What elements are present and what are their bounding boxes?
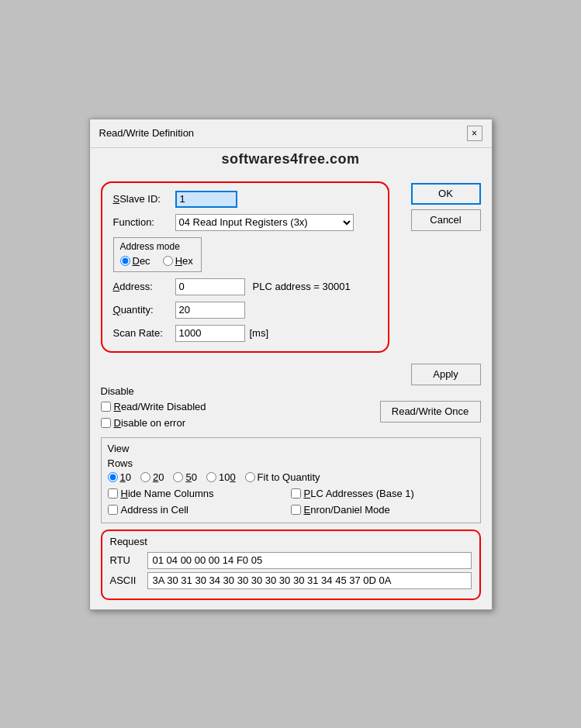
hide-name-cols-label[interactable]: Hide Name Columns xyxy=(108,488,291,499)
rows-radio-row: 10 20 50 100 Fit to Quantity xyxy=(108,471,474,483)
rows-title: Rows xyxy=(108,457,474,469)
title-bar: Read/Write Definition × xyxy=(90,119,492,148)
disable-on-error-label[interactable]: Disable on error xyxy=(101,417,206,429)
address-mode-box: Address mode Dec Hex xyxy=(113,237,202,272)
hide-name-cols-checkbox[interactable] xyxy=(108,488,118,499)
address-in-cell-label[interactable]: Address in Cell xyxy=(108,504,291,516)
address-mode-title: Address mode xyxy=(120,241,193,252)
function-row: Function: 04 Read Input Registers (3x) xyxy=(113,214,377,231)
rows-fit-radio[interactable] xyxy=(245,472,255,482)
read-write-disabled-checkbox[interactable] xyxy=(101,402,111,412)
plc-addresses-label[interactable]: PLC Addresses (Base 1) xyxy=(291,488,474,499)
top-area: SSlave ID: Function: 04 Read Input Regis… xyxy=(101,181,481,361)
disable-on-error-text: Disable on error xyxy=(114,417,186,429)
address-label: Address: xyxy=(113,281,175,292)
apply-row: Apply xyxy=(101,364,481,385)
rows-50[interactable]: 50 xyxy=(173,471,196,483)
apply-button[interactable]: Apply xyxy=(411,364,481,385)
rows-10[interactable]: 10 xyxy=(108,471,131,483)
view-title: View xyxy=(108,443,474,454)
rtu-value: 01 04 00 00 00 14 F0 05 xyxy=(147,552,472,569)
request-section: Request RTU 01 04 00 00 00 14 F0 05 ASCI… xyxy=(101,530,481,600)
right-col: OK Cancel xyxy=(400,181,481,231)
read-write-once-button[interactable]: Read/Write Once xyxy=(380,401,481,423)
address-mode-dec-radio[interactable] xyxy=(120,256,130,266)
function-label: Function: xyxy=(113,216,175,228)
view-section: View Rows 10 20 50 100 xyxy=(101,437,481,523)
scan-rate-label: Scan Rate: xyxy=(113,327,175,339)
rows-100[interactable]: 100 xyxy=(206,471,236,483)
view-check-col-2: PLC Addresses (Base 1) Enron/Daniel Mode xyxy=(291,488,474,518)
ascii-row: ASCII 3A 30 31 30 34 30 30 30 30 30 30 3… xyxy=(110,572,472,589)
plc-addresses-text: PLC Addresses (Base 1) xyxy=(304,488,414,499)
address-in-cell-checkbox[interactable] xyxy=(108,505,118,515)
read-write-disabled-text: Read/Write Disabled xyxy=(114,401,206,412)
close-button[interactable]: × xyxy=(467,126,482,141)
rows-50-radio[interactable] xyxy=(173,472,183,482)
rows-20-radio[interactable] xyxy=(140,472,150,482)
address-mode-radio-row: Dec Hex xyxy=(120,255,193,267)
view-check-col-1: Hide Name Columns Address in Cell xyxy=(108,488,291,518)
quantity-row: Quantity: xyxy=(113,302,377,319)
enron-daniel-text: Enron/Daniel Mode xyxy=(304,504,390,516)
plc-note: PLC address = 30001 xyxy=(253,281,351,292)
read-write-once-area: Read/Write Once xyxy=(380,385,481,423)
address-mode-hex[interactable]: Hex xyxy=(163,255,193,267)
address-in-cell-text: Address in Cell xyxy=(121,504,188,516)
scan-rate-input[interactable] xyxy=(175,325,245,342)
cancel-button[interactable]: Cancel xyxy=(411,209,481,231)
dialog: Read/Write Definition × softwares4free.c… xyxy=(89,119,493,610)
quantity-input[interactable] xyxy=(175,302,245,319)
ascii-value: 3A 30 31 30 34 30 30 30 30 30 30 31 34 4… xyxy=(147,572,472,589)
hide-name-cols-text: Hide Name Columns xyxy=(121,488,214,499)
rows-fit[interactable]: Fit to Quantity xyxy=(245,471,320,483)
rtu-row: RTU 01 04 00 00 00 14 F0 05 xyxy=(110,552,472,569)
disable-left: Disable Read/Write Disabled Disable on e… xyxy=(101,385,206,431)
rows-fit-label: Fit to Quantity xyxy=(258,471,320,483)
address-mode-dec[interactable]: Dec xyxy=(120,255,150,267)
quantity-label: Quantity: xyxy=(113,304,175,316)
slave-id-row: SSlave ID: xyxy=(113,191,377,208)
function-select[interactable]: 04 Read Input Registers (3x) xyxy=(175,214,354,231)
address-input[interactable] xyxy=(175,278,245,295)
enron-daniel-label[interactable]: Enron/Daniel Mode xyxy=(291,504,474,516)
request-title: Request xyxy=(110,536,472,547)
plc-addresses-checkbox[interactable] xyxy=(291,488,301,499)
read-write-disabled-label[interactable]: Read/Write Disabled xyxy=(101,401,206,412)
slave-id-label: SSlave ID: xyxy=(113,193,175,205)
ascii-label: ASCII xyxy=(110,574,141,586)
ok-button[interactable]: OK xyxy=(411,183,481,205)
disable-on-error-checkbox[interactable] xyxy=(101,418,111,428)
disable-section: Disable Read/Write Disabled Disable on e… xyxy=(101,385,481,431)
dialog-title: Read/Write Definition xyxy=(99,127,195,139)
address-row: Address: PLC address = 30001 xyxy=(113,278,377,295)
disable-title: Disable xyxy=(101,385,206,397)
scan-rate-row: Scan Rate: [ms] xyxy=(113,325,377,342)
rows-10-radio[interactable] xyxy=(108,472,118,482)
rows-100-radio[interactable] xyxy=(206,472,216,482)
ms-label: [ms] xyxy=(250,327,269,339)
slave-id-input[interactable] xyxy=(175,191,237,208)
view-checkboxes: Hide Name Columns Address in Cell PLC Ad… xyxy=(108,488,474,518)
enron-daniel-checkbox[interactable] xyxy=(291,505,301,515)
watermark: softwares4free.com xyxy=(90,148,492,174)
main-section: SSlave ID: Function: 04 Read Input Regis… xyxy=(101,181,389,353)
rows-20[interactable]: 20 xyxy=(140,471,164,483)
dialog-body: SSlave ID: Function: 04 Read Input Regis… xyxy=(90,174,492,609)
address-mode-hex-radio[interactable] xyxy=(163,256,173,266)
rtu-label: RTU xyxy=(110,554,141,566)
